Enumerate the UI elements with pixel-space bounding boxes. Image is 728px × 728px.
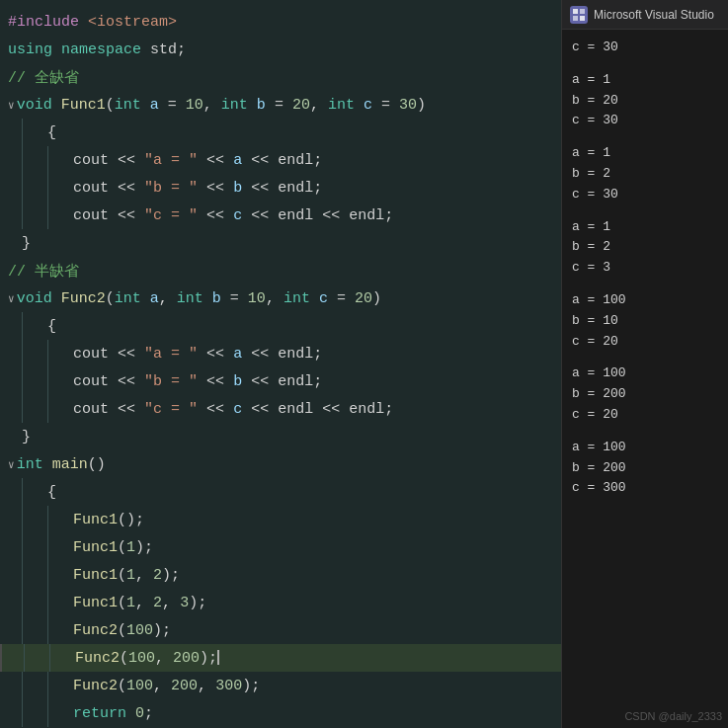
- code-line-8: cout << "c = " << c << endl << endl;: [0, 202, 563, 229]
- output-line: a = 100: [572, 290, 718, 311]
- code-line-3: // 全缺省: [0, 63, 563, 91]
- code-line-7: cout << "b = " << b << endl;: [0, 174, 563, 202]
- output-line: c = 30: [572, 185, 718, 205]
- code-line-23: Func2(100);: [0, 616, 563, 644]
- output-content: c = 30 a = 1 b = 20 c = 30 a = 1 b = 2 c…: [562, 30, 728, 511]
- output-group-6: a = 100 b = 200 c = 20: [572, 364, 718, 425]
- code-line-20: Func1(1);: [0, 533, 563, 561]
- output-line: b = 2: [572, 164, 718, 185]
- code-line-9: }: [0, 229, 563, 257]
- output-line: b = 200: [572, 458, 718, 479]
- output-line: c = 30: [572, 38, 718, 58]
- code-line-2: using namespace std;: [0, 36, 563, 63]
- output-title: Microsoft Visual Studio: [594, 8, 714, 22]
- code-line-12: {: [0, 312, 563, 340]
- output-line: a = 1: [572, 217, 718, 238]
- code-editor[interactable]: #include <iostream> using namespace std;…: [0, 0, 563, 728]
- code-line-16: }: [0, 423, 563, 450]
- code-line-1: #include <iostream>: [0, 8, 563, 36]
- output-line: c = 30: [572, 111, 718, 131]
- code-line-13: cout << "a = " << a << endl;: [0, 340, 563, 367]
- output-line: b = 2: [572, 237, 718, 258]
- code-line-10: // 半缺省: [0, 257, 563, 284]
- output-line: a = 100: [572, 438, 718, 458]
- output-header: Microsoft Visual Studio: [562, 0, 728, 30]
- code-line-17: ∨int main(): [0, 450, 563, 478]
- code-line-15: cout << "c = " << c << endl << endl;: [0, 395, 563, 423]
- output-group-4: a = 1 b = 2 c = 3: [572, 217, 718, 279]
- output-line: a = 100: [572, 364, 718, 384]
- output-line: a = 1: [572, 70, 718, 91]
- watermark: CSDN @daily_2333: [624, 710, 722, 722]
- code-line-21: Func1(1, 2);: [0, 561, 563, 589]
- code-line-18: {: [0, 478, 563, 506]
- code-line-25: Func2(100, 200, 300);: [0, 672, 563, 699]
- svg-rect-1: [580, 9, 585, 14]
- vs-icon: [570, 6, 588, 24]
- output-line: b = 10: [572, 311, 718, 332]
- fold-arrow-func1[interactable]: ∨: [8, 99, 15, 112]
- code-line-11: ∨void Func2(int a, int b = 10, int c = 2…: [0, 284, 563, 312]
- output-line: b = 20: [572, 91, 718, 112]
- output-group-1: c = 30: [572, 38, 718, 58]
- code-line-22: Func1(1, 2, 3);: [0, 589, 563, 616]
- output-group-2: a = 1 b = 20 c = 30: [572, 70, 718, 131]
- fold-arrow-main[interactable]: ∨: [8, 458, 15, 471]
- output-line: c = 20: [572, 332, 718, 353]
- fold-arrow-func2[interactable]: ∨: [8, 292, 15, 305]
- output-line: a = 1: [572, 143, 718, 164]
- output-line: b = 200: [572, 384, 718, 405]
- code-line-19: Func1();: [0, 506, 563, 533]
- output-group-3: a = 1 b = 2 c = 30: [572, 143, 718, 204]
- svg-rect-0: [573, 9, 578, 14]
- output-group-5: a = 100 b = 10 c = 20: [572, 290, 718, 352]
- output-panel: Microsoft Visual Studio c = 30 a = 1 b =…: [561, 0, 728, 728]
- output-group-7: a = 100 b = 200 c = 300: [572, 438, 718, 499]
- code-line-5: {: [0, 119, 563, 146]
- svg-rect-3: [580, 16, 585, 21]
- output-line: c = 20: [572, 405, 718, 426]
- output-line: c = 3: [572, 258, 718, 279]
- output-line: c = 300: [572, 478, 718, 499]
- code-line-4: ∨void Func1(int a = 10, int b = 20, int …: [0, 91, 563, 119]
- code-line-24: Func2(100, 200);: [0, 644, 563, 672]
- svg-rect-2: [573, 16, 578, 21]
- code-line-6: cout << "a = " << a << endl;: [0, 146, 563, 174]
- code-line-14: cout << "b = " << b << endl;: [0, 367, 563, 395]
- code-line-26: return 0;: [0, 699, 563, 727]
